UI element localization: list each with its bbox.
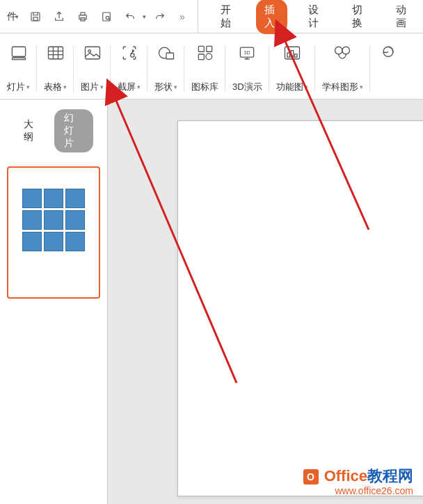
quick-access-toolbar: 件 ▾ ▾ » (4, 0, 198, 33)
canvas-area (108, 100, 423, 504)
panel-tab-outline[interactable]: 大纲 (14, 116, 46, 146)
svg-point-25 (335, 47, 343, 54)
svg-rect-23 (291, 51, 294, 58)
panel-tabs: 大纲 幻灯片 (0, 100, 107, 162)
ribbon-subject-shapes[interactable]: 学科图形▾ (315, 39, 370, 99)
ribbon-table[interactable]: 表格▾ (37, 39, 74, 99)
undo-icon[interactable] (120, 7, 140, 26)
screenshot-icon (118, 42, 141, 64)
print-icon[interactable] (73, 7, 93, 26)
share-icon[interactable] (49, 7, 69, 26)
svg-rect-22 (287, 53, 290, 57)
ribbon-icon-library-label: 图标库 (191, 81, 218, 93)
top-toolbar: 件 ▾ ▾ » 开始 插入 设计 切换 动画 (0, 0, 423, 33)
ribbon-picture[interactable]: 图片▾ (74, 39, 111, 99)
table-icon (45, 42, 67, 64)
ribbon-screenshot[interactable]: 截屏▾ (111, 39, 147, 99)
watermark: O Office教程网 www.office26.com (303, 467, 413, 497)
subject-shapes-icon (331, 42, 353, 64)
ribbon-function-chart-label: 功能图▾ (276, 81, 308, 93)
ribbon-tabs: 开始 插入 设计 切换 动画 (198, 0, 419, 34)
svg-rect-17 (198, 54, 204, 60)
watermark-badge-icon: O (303, 469, 319, 485)
ribbon-shapes[interactable]: 形状▾ (147, 39, 184, 99)
svg-rect-14 (166, 53, 174, 59)
print-preview-icon[interactable] (97, 7, 116, 26)
tab-animation[interactable]: 动画 (388, 0, 419, 34)
main-area: 大纲 幻灯片 (0, 100, 423, 504)
slide-thumbnail-1[interactable] (7, 166, 100, 299)
tab-start[interactable]: 开始 (212, 0, 244, 34)
svg-rect-1 (33, 17, 38, 20)
thumbnail-content-grid (22, 189, 85, 251)
ribbon-subject-shapes-label: 学科图形▾ (322, 81, 363, 93)
slide-panel: 大纲 幻灯片 (0, 100, 108, 504)
ribbon-icon-library[interactable]: 图标库 (184, 39, 225, 99)
ribbon-more[interactable] (370, 39, 406, 99)
svg-rect-15 (198, 46, 204, 52)
more-commands-icon[interactable]: » (174, 11, 191, 22)
icon-library-icon (194, 42, 216, 64)
ribbon-3d-demo-label: 3D演示 (232, 81, 262, 93)
svg-rect-3 (81, 13, 85, 15)
shapes-icon (155, 42, 177, 64)
function-chart-icon (281, 42, 303, 64)
ribbon-insert: 灯片▾ 表格▾ 图片▾ 截屏▾ 形状▾ 图标库 3D 3D演示 (0, 33, 423, 100)
svg-rect-16 (206, 46, 212, 52)
svg-point-26 (342, 47, 350, 54)
svg-rect-2 (79, 15, 87, 19)
file-menu[interactable]: 件 ▾ (4, 10, 22, 23)
ribbon-table-label: 表格▾ (44, 81, 67, 93)
svg-text:3D: 3D (244, 50, 250, 55)
redo-icon[interactable] (150, 7, 170, 26)
picture-icon (81, 42, 104, 64)
panel-tab-slides[interactable]: 幻灯片 (54, 109, 93, 152)
ribbon-slides[interactable]: 灯片▾ (0, 39, 37, 99)
ribbon-picture-label: 图片▾ (81, 81, 104, 93)
ribbon-function-chart[interactable]: 功能图▾ (269, 39, 315, 99)
save-icon[interactable] (26, 7, 45, 26)
more-ribbon-icon (377, 42, 399, 64)
ribbon-shapes-label: 形状▾ (154, 81, 177, 93)
ribbon-3d-demo[interactable]: 3D 3D演示 (225, 39, 269, 99)
3d-demo-icon: 3D (236, 42, 258, 64)
tab-design[interactable]: 设计 (300, 0, 331, 34)
tab-transition[interactable]: 切换 (344, 0, 375, 34)
svg-rect-0 (31, 13, 40, 21)
svg-rect-8 (12, 58, 25, 60)
slide-canvas[interactable] (177, 120, 423, 496)
svg-point-11 (88, 50, 90, 53)
ribbon-slides-label: 灯片▾ (7, 81, 30, 93)
svg-point-18 (205, 54, 212, 60)
chevron-down-icon: ▾ (15, 13, 19, 20)
svg-rect-7 (12, 47, 25, 56)
svg-rect-24 (294, 54, 297, 57)
tab-insert[interactable]: 插入 (256, 0, 287, 34)
svg-rect-10 (85, 47, 99, 59)
ribbon-screenshot-label: 截屏▾ (118, 81, 141, 93)
undo-dropdown-icon[interactable]: ▾ (143, 13, 146, 20)
watermark-title: O Office教程网 (303, 467, 413, 485)
svg-rect-9 (48, 47, 63, 59)
new-slide-icon (8, 42, 30, 64)
watermark-url: www.office26.com (303, 485, 413, 497)
